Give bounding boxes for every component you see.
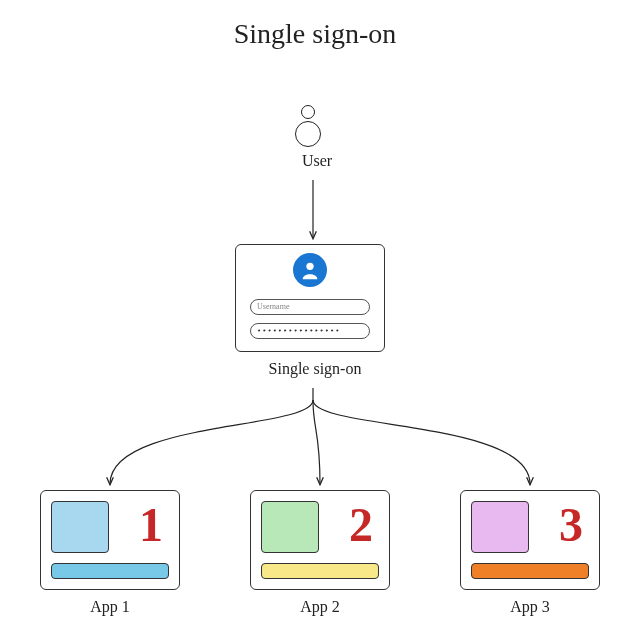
app-square [261, 501, 319, 553]
app-bar [261, 563, 379, 579]
app-card-3: 3 [460, 490, 600, 590]
svg-point-0 [306, 263, 313, 270]
sso-login-box: Username •••••••••••••••• [235, 244, 385, 352]
app-label-2: App 2 [250, 598, 390, 616]
app-square [51, 501, 109, 553]
user-icon [295, 105, 321, 147]
avatar-icon [293, 253, 327, 287]
app-number: 2 [349, 501, 373, 549]
app-label-1: App 1 [40, 598, 180, 616]
password-field: •••••••••••••••• [250, 323, 370, 339]
app-bar [51, 563, 169, 579]
username-field: Username [250, 299, 370, 315]
sso-label: Single sign-on [250, 360, 380, 378]
app-card-1: 1 [40, 490, 180, 590]
app-label-3: App 3 [460, 598, 600, 616]
app-bar [471, 563, 589, 579]
user-label: User [287, 152, 347, 170]
app-number: 3 [559, 501, 583, 549]
app-card-2: 2 [250, 490, 390, 590]
app-number: 1 [139, 501, 163, 549]
diagram-title: Single sign-on [0, 18, 630, 50]
app-square [471, 501, 529, 553]
